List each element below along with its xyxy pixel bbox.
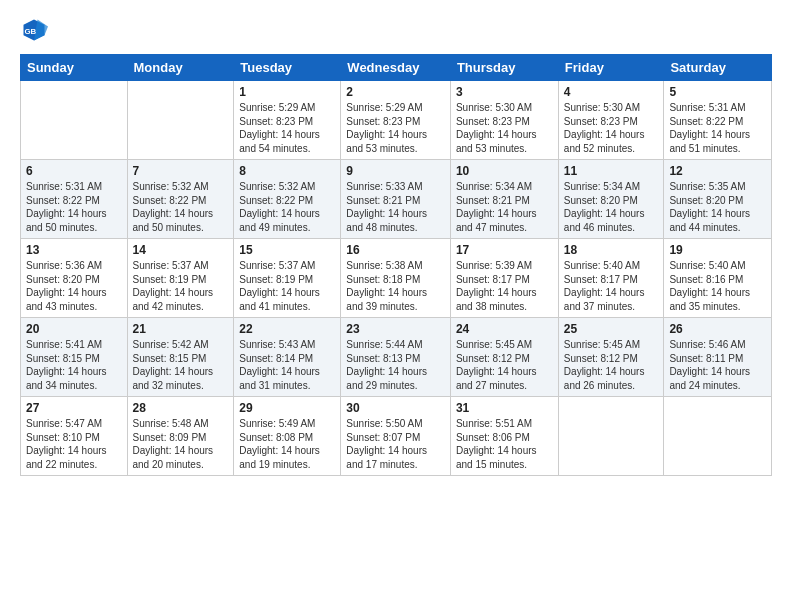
- cell-content: Sunrise: 5:37 AM Sunset: 8:19 PM Dayligh…: [239, 259, 335, 313]
- calendar-cell: 7Sunrise: 5:32 AM Sunset: 8:22 PM Daylig…: [127, 160, 234, 239]
- day-number: 2: [346, 85, 445, 99]
- calendar-cell: [664, 397, 772, 476]
- calendar-cell: 28Sunrise: 5:48 AM Sunset: 8:09 PM Dayli…: [127, 397, 234, 476]
- cell-content: Sunrise: 5:34 AM Sunset: 8:21 PM Dayligh…: [456, 180, 553, 234]
- week-row-2: 6Sunrise: 5:31 AM Sunset: 8:22 PM Daylig…: [21, 160, 772, 239]
- week-row-4: 20Sunrise: 5:41 AM Sunset: 8:15 PM Dayli…: [21, 318, 772, 397]
- header: GB: [20, 16, 772, 44]
- cell-content: Sunrise: 5:42 AM Sunset: 8:15 PM Dayligh…: [133, 338, 229, 392]
- calendar-cell: 20Sunrise: 5:41 AM Sunset: 8:15 PM Dayli…: [21, 318, 128, 397]
- day-number: 25: [564, 322, 659, 336]
- day-number: 18: [564, 243, 659, 257]
- weekday-header-saturday: Saturday: [664, 55, 772, 81]
- day-number: 23: [346, 322, 445, 336]
- day-number: 29: [239, 401, 335, 415]
- cell-content: Sunrise: 5:43 AM Sunset: 8:14 PM Dayligh…: [239, 338, 335, 392]
- cell-content: Sunrise: 5:51 AM Sunset: 8:06 PM Dayligh…: [456, 417, 553, 471]
- cell-content: Sunrise: 5:35 AM Sunset: 8:20 PM Dayligh…: [669, 180, 766, 234]
- day-number: 5: [669, 85, 766, 99]
- day-number: 10: [456, 164, 553, 178]
- weekday-header-row: SundayMondayTuesdayWednesdayThursdayFrid…: [21, 55, 772, 81]
- calendar-cell: 5Sunrise: 5:31 AM Sunset: 8:22 PM Daylig…: [664, 81, 772, 160]
- calendar-table: SundayMondayTuesdayWednesdayThursdayFrid…: [20, 54, 772, 476]
- cell-content: Sunrise: 5:48 AM Sunset: 8:09 PM Dayligh…: [133, 417, 229, 471]
- day-number: 30: [346, 401, 445, 415]
- calendar-cell: 14Sunrise: 5:37 AM Sunset: 8:19 PM Dayli…: [127, 239, 234, 318]
- cell-content: Sunrise: 5:29 AM Sunset: 8:23 PM Dayligh…: [346, 101, 445, 155]
- weekday-header-friday: Friday: [558, 55, 664, 81]
- cell-content: Sunrise: 5:46 AM Sunset: 8:11 PM Dayligh…: [669, 338, 766, 392]
- day-number: 9: [346, 164, 445, 178]
- day-number: 3: [456, 85, 553, 99]
- calendar-cell: 31Sunrise: 5:51 AM Sunset: 8:06 PM Dayli…: [450, 397, 558, 476]
- calendar-cell: 12Sunrise: 5:35 AM Sunset: 8:20 PM Dayli…: [664, 160, 772, 239]
- day-number: 12: [669, 164, 766, 178]
- cell-content: Sunrise: 5:30 AM Sunset: 8:23 PM Dayligh…: [456, 101, 553, 155]
- cell-content: Sunrise: 5:38 AM Sunset: 8:18 PM Dayligh…: [346, 259, 445, 313]
- calendar-cell: 27Sunrise: 5:47 AM Sunset: 8:10 PM Dayli…: [21, 397, 128, 476]
- calendar-cell: [21, 81, 128, 160]
- calendar-cell: 19Sunrise: 5:40 AM Sunset: 8:16 PM Dayli…: [664, 239, 772, 318]
- calendar-cell: 2Sunrise: 5:29 AM Sunset: 8:23 PM Daylig…: [341, 81, 451, 160]
- logo: GB: [20, 16, 52, 44]
- calendar-cell: 16Sunrise: 5:38 AM Sunset: 8:18 PM Dayli…: [341, 239, 451, 318]
- week-row-5: 27Sunrise: 5:47 AM Sunset: 8:10 PM Dayli…: [21, 397, 772, 476]
- cell-content: Sunrise: 5:29 AM Sunset: 8:23 PM Dayligh…: [239, 101, 335, 155]
- cell-content: Sunrise: 5:47 AM Sunset: 8:10 PM Dayligh…: [26, 417, 122, 471]
- day-number: 17: [456, 243, 553, 257]
- calendar-cell: 15Sunrise: 5:37 AM Sunset: 8:19 PM Dayli…: [234, 239, 341, 318]
- calendar-cell: 8Sunrise: 5:32 AM Sunset: 8:22 PM Daylig…: [234, 160, 341, 239]
- calendar-cell: 11Sunrise: 5:34 AM Sunset: 8:20 PM Dayli…: [558, 160, 664, 239]
- day-number: 14: [133, 243, 229, 257]
- cell-content: Sunrise: 5:31 AM Sunset: 8:22 PM Dayligh…: [26, 180, 122, 234]
- day-number: 22: [239, 322, 335, 336]
- cell-content: Sunrise: 5:37 AM Sunset: 8:19 PM Dayligh…: [133, 259, 229, 313]
- week-row-1: 1Sunrise: 5:29 AM Sunset: 8:23 PM Daylig…: [21, 81, 772, 160]
- day-number: 13: [26, 243, 122, 257]
- calendar-cell: 23Sunrise: 5:44 AM Sunset: 8:13 PM Dayli…: [341, 318, 451, 397]
- day-number: 11: [564, 164, 659, 178]
- weekday-header-tuesday: Tuesday: [234, 55, 341, 81]
- cell-content: Sunrise: 5:40 AM Sunset: 8:17 PM Dayligh…: [564, 259, 659, 313]
- cell-content: Sunrise: 5:45 AM Sunset: 8:12 PM Dayligh…: [456, 338, 553, 392]
- calendar-cell: 24Sunrise: 5:45 AM Sunset: 8:12 PM Dayli…: [450, 318, 558, 397]
- svg-text:GB: GB: [24, 27, 36, 36]
- day-number: 7: [133, 164, 229, 178]
- day-number: 21: [133, 322, 229, 336]
- day-number: 4: [564, 85, 659, 99]
- calendar-cell: 3Sunrise: 5:30 AM Sunset: 8:23 PM Daylig…: [450, 81, 558, 160]
- day-number: 6: [26, 164, 122, 178]
- day-number: 27: [26, 401, 122, 415]
- day-number: 19: [669, 243, 766, 257]
- cell-content: Sunrise: 5:34 AM Sunset: 8:20 PM Dayligh…: [564, 180, 659, 234]
- day-number: 16: [346, 243, 445, 257]
- cell-content: Sunrise: 5:39 AM Sunset: 8:17 PM Dayligh…: [456, 259, 553, 313]
- cell-content: Sunrise: 5:33 AM Sunset: 8:21 PM Dayligh…: [346, 180, 445, 234]
- calendar-cell: 25Sunrise: 5:45 AM Sunset: 8:12 PM Dayli…: [558, 318, 664, 397]
- cell-content: Sunrise: 5:45 AM Sunset: 8:12 PM Dayligh…: [564, 338, 659, 392]
- calendar-cell: [127, 81, 234, 160]
- day-number: 20: [26, 322, 122, 336]
- cell-content: Sunrise: 5:40 AM Sunset: 8:16 PM Dayligh…: [669, 259, 766, 313]
- cell-content: Sunrise: 5:41 AM Sunset: 8:15 PM Dayligh…: [26, 338, 122, 392]
- day-number: 1: [239, 85, 335, 99]
- weekday-header-sunday: Sunday: [21, 55, 128, 81]
- weekday-header-thursday: Thursday: [450, 55, 558, 81]
- calendar-cell: 21Sunrise: 5:42 AM Sunset: 8:15 PM Dayli…: [127, 318, 234, 397]
- day-number: 15: [239, 243, 335, 257]
- day-number: 28: [133, 401, 229, 415]
- cell-content: Sunrise: 5:44 AM Sunset: 8:13 PM Dayligh…: [346, 338, 445, 392]
- page: GB SundayMondayTuesdayWednesdayThursdayF…: [0, 0, 792, 612]
- cell-content: Sunrise: 5:32 AM Sunset: 8:22 PM Dayligh…: [239, 180, 335, 234]
- cell-content: Sunrise: 5:31 AM Sunset: 8:22 PM Dayligh…: [669, 101, 766, 155]
- cell-content: Sunrise: 5:49 AM Sunset: 8:08 PM Dayligh…: [239, 417, 335, 471]
- calendar-cell: 9Sunrise: 5:33 AM Sunset: 8:21 PM Daylig…: [341, 160, 451, 239]
- calendar-cell: 13Sunrise: 5:36 AM Sunset: 8:20 PM Dayli…: [21, 239, 128, 318]
- day-number: 24: [456, 322, 553, 336]
- calendar-cell: 6Sunrise: 5:31 AM Sunset: 8:22 PM Daylig…: [21, 160, 128, 239]
- cell-content: Sunrise: 5:50 AM Sunset: 8:07 PM Dayligh…: [346, 417, 445, 471]
- calendar-cell: 10Sunrise: 5:34 AM Sunset: 8:21 PM Dayli…: [450, 160, 558, 239]
- weekday-header-monday: Monday: [127, 55, 234, 81]
- calendar-cell: 22Sunrise: 5:43 AM Sunset: 8:14 PM Dayli…: [234, 318, 341, 397]
- calendar-cell: [558, 397, 664, 476]
